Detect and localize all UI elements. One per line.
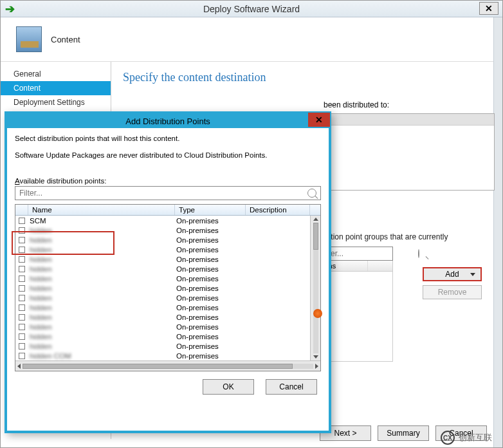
dp-row-checkbox[interactable] bbox=[15, 314, 28, 321]
dp-row-type: On-premises bbox=[175, 236, 246, 244]
search-icon[interactable] bbox=[418, 249, 419, 258]
dp-row[interactable]: hiddenOn-premises bbox=[15, 322, 310, 331]
dp-row[interactable]: hiddenOn-premises bbox=[15, 341, 310, 351]
distributed-list bbox=[324, 113, 495, 191]
dp-row-checkbox[interactable] bbox=[15, 343, 28, 350]
dp-row-name: hidden COM bbox=[28, 352, 175, 360]
dialog-close-button[interactable]: ✕ bbox=[308, 113, 330, 127]
dp-row[interactable]: hidden COMOn-premises bbox=[15, 351, 310, 360]
dp-row[interactable]: hiddenOn-premises bbox=[15, 274, 310, 283]
dp-filter-input[interactable] bbox=[18, 188, 307, 198]
watermark: CX 创新互联 bbox=[441, 431, 492, 445]
dp-row[interactable]: hiddenOn-premises bbox=[15, 245, 310, 254]
dp-row-type: On-premises bbox=[175, 246, 246, 254]
watermark-text: 创新互联 bbox=[459, 432, 492, 443]
watermark-logo-icon: CX bbox=[441, 431, 455, 445]
dp-row-type: On-premises bbox=[175, 217, 246, 225]
dp-table-body: SCMOn-premiseshiddenOn-premiseshiddenOn-… bbox=[15, 216, 320, 360]
dp-row-name: hidden bbox=[28, 304, 175, 312]
scroll-right-icon[interactable] bbox=[315, 364, 318, 369]
dp-row-checkbox[interactable] bbox=[15, 295, 28, 301]
scroll-thumb[interactable] bbox=[313, 223, 318, 250]
dp-row-type: On-premises bbox=[175, 256, 246, 263]
dp-row-type: On-premises bbox=[175, 294, 246, 302]
sidebar-item-general[interactable]: General bbox=[1, 67, 111, 81]
scroll-left-icon[interactable] bbox=[17, 364, 21, 369]
dp-filter[interactable] bbox=[15, 186, 321, 200]
dp-row-name: hidden bbox=[28, 285, 175, 292]
dp-col-name[interactable]: Name bbox=[28, 205, 175, 215]
dp-row-name: hidden bbox=[28, 256, 175, 263]
forward-arrow-icon[interactable]: ➔ bbox=[3, 3, 16, 15]
dp-row-type: On-premises bbox=[175, 323, 246, 331]
dp-row-checkbox[interactable] bbox=[15, 275, 28, 282]
dp-row[interactable]: hiddenOn-premises bbox=[15, 283, 310, 293]
dp-horizontal-scrollbar[interactable] bbox=[15, 360, 320, 371]
dp-row-name: hidden bbox=[28, 227, 175, 234]
dp-row-checkbox[interactable] bbox=[15, 333, 28, 340]
dialog-buttons: OK Cancel bbox=[7, 371, 329, 402]
dp-row[interactable]: hiddenOn-premises bbox=[15, 225, 310, 235]
distributed-hint: been distributed to: bbox=[324, 100, 389, 109]
wizard-step-label: Content bbox=[51, 35, 80, 44]
dialog-body: Select distribution points that will hos… bbox=[7, 128, 329, 371]
content-icon bbox=[16, 26, 42, 52]
search-icon[interactable] bbox=[307, 189, 316, 198]
sidebar-item-deployment-settings[interactable]: Deployment Settings bbox=[1, 95, 111, 109]
dp-row-type: On-premises bbox=[175, 333, 246, 341]
close-button[interactable]: ✕ bbox=[479, 2, 498, 15]
dp-row-checkbox[interactable] bbox=[15, 237, 28, 243]
dp-table: Name Type Description SCMOn-premiseshidd… bbox=[15, 204, 321, 371]
dp-row[interactable]: SCMOn-premises bbox=[15, 216, 310, 225]
dp-col-check bbox=[15, 205, 28, 215]
add-remove-button-group: Add Remove bbox=[423, 267, 487, 299]
dp-row[interactable]: hiddenOn-premises bbox=[15, 312, 310, 322]
dp-row-checkbox[interactable] bbox=[15, 353, 28, 359]
sidebar-item-content[interactable]: Content bbox=[1, 81, 111, 95]
dp-row[interactable]: hiddenOn-premises bbox=[15, 331, 310, 341]
hscroll-thumb[interactable] bbox=[23, 364, 293, 369]
dp-row-name: hidden bbox=[28, 313, 175, 321]
dp-col-type[interactable]: Type bbox=[175, 205, 246, 215]
add-button[interactable]: Add bbox=[423, 267, 482, 281]
dp-row[interactable]: hiddenOn-premises bbox=[15, 264, 310, 274]
dp-row[interactable]: hiddenOn-premises bbox=[15, 235, 310, 245]
dp-row[interactable]: hiddenOn-premises bbox=[15, 293, 310, 303]
dp-row-checkbox[interactable] bbox=[15, 285, 28, 292]
dialog-instruction-2: Software Update Packages are never distr… bbox=[15, 151, 321, 159]
dp-row-checkbox[interactable] bbox=[15, 256, 28, 263]
wizard-header: Content bbox=[1, 17, 502, 62]
dp-row-type: On-premises bbox=[175, 352, 246, 360]
dp-row-type: On-premises bbox=[175, 313, 246, 321]
dp-row-name: hidden bbox=[28, 323, 175, 331]
dp-row-type: On-premises bbox=[175, 342, 246, 350]
dp-row-checkbox[interactable] bbox=[15, 218, 28, 224]
scroll-up-icon[interactable] bbox=[313, 218, 318, 221]
remove-button: Remove bbox=[423, 285, 482, 299]
dialog-cancel-button[interactable]: Cancel bbox=[266, 379, 317, 395]
dp-row-name: hidden bbox=[28, 275, 175, 283]
dropdown-caret-icon bbox=[470, 273, 475, 276]
collections-filter-input[interactable] bbox=[319, 248, 418, 259]
dp-row-type: On-premises bbox=[175, 227, 246, 234]
dp-row-checkbox[interactable] bbox=[15, 304, 28, 311]
summary-button[interactable]: Summary bbox=[378, 425, 429, 441]
dp-row-checkbox[interactable] bbox=[15, 227, 28, 234]
dp-vertical-scrollbar[interactable] bbox=[310, 216, 320, 360]
dp-row-name: hidden bbox=[28, 342, 175, 350]
dp-col-scroll-spacer bbox=[310, 205, 320, 215]
dp-row[interactable]: hiddenOn-premises bbox=[15, 254, 310, 264]
dp-row-name: hidden bbox=[28, 246, 175, 254]
dialog-title: Add Distribution Points bbox=[125, 117, 210, 126]
dialog-instruction-1: Select distribution points that will hos… bbox=[15, 135, 321, 142]
dp-row-checkbox[interactable] bbox=[15, 324, 28, 330]
dp-row-type: On-premises bbox=[175, 265, 246, 273]
dp-col-desc[interactable]: Description bbox=[246, 205, 310, 215]
window-title: Deploy Software Wizard bbox=[203, 4, 300, 14]
dp-row[interactable]: hiddenOn-premises bbox=[15, 303, 310, 312]
ok-button[interactable]: OK bbox=[203, 379, 254, 395]
dp-row-checkbox[interactable] bbox=[15, 247, 28, 253]
scroll-down-icon[interactable] bbox=[313, 355, 318, 359]
remove-button-label: Remove bbox=[438, 288, 467, 297]
dp-row-checkbox[interactable] bbox=[15, 266, 28, 272]
